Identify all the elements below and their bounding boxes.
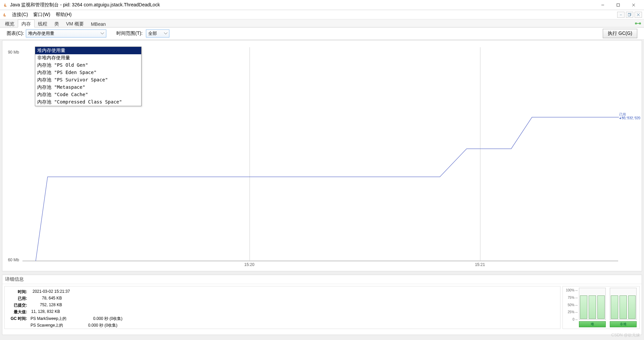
dropdown-option[interactable]: 内存池 "Code Cache" xyxy=(35,91,141,98)
svg-point-8 xyxy=(635,22,637,24)
tab-overview[interactable]: 概览 xyxy=(1,19,18,27)
y-axis-tick: 90 Mb xyxy=(2,50,19,55)
time-range-selector[interactable]: 全部 xyxy=(146,29,169,38)
internal-close-button[interactable] xyxy=(635,12,642,18)
window-title-bar: Java 监视和管理控制台 - pid: 3264 com.atguigu.js… xyxy=(0,0,644,10)
chart-selector-dropdown[interactable]: 堆内存使用量 非堆内存使用量 内存池 "PS Old Gen" 内存池 "PS … xyxy=(35,47,142,106)
details-time-value: 2021-03-02 15:21:37 xyxy=(29,289,70,295)
details-gc-scavenge-name: PS Scavenge上的 xyxy=(29,323,63,328)
y-axis-tick: 60 Mb xyxy=(2,258,19,262)
dropdown-option[interactable]: 堆内存使用量 xyxy=(35,47,141,54)
chart-selector-value: 堆内存使用量 xyxy=(28,30,54,37)
svg-point-9 xyxy=(639,22,641,24)
non-heap-bar-group[interactable] xyxy=(610,288,637,320)
minimize-button[interactable] xyxy=(595,0,610,10)
mini-chart-y-labels: 100% -- 75% -- 50% -- 25% -- 0 -- xyxy=(564,288,578,327)
chart-selector[interactable]: 堆内存使用量 xyxy=(26,29,106,38)
chart-controls: 图表(C): 堆内存使用量 时间范围(T): 全部 执行 GC(G) xyxy=(0,27,644,40)
menu-help[interactable]: 帮助(H) xyxy=(53,11,74,19)
dropdown-option[interactable]: 内存池 "PS Eden Space" xyxy=(35,69,141,76)
details-committed-label: 已提交: xyxy=(10,302,29,308)
current-value-label: 已用 ◂80, 532, 520 xyxy=(619,113,640,120)
tab-threads[interactable]: 线程 xyxy=(34,19,51,27)
heap-bar-group[interactable] xyxy=(579,288,606,320)
non-heap-button[interactable]: 非堆 xyxy=(610,321,637,327)
menu-bar: 连接(C) 窗口(W) 帮助(H) – xyxy=(0,10,644,19)
window-controls xyxy=(595,0,641,10)
chevron-down-icon xyxy=(163,30,168,37)
menu-window[interactable]: 窗口(W) xyxy=(31,11,53,19)
internal-window-controls: – xyxy=(617,12,642,18)
mini-bar xyxy=(611,295,618,319)
chevron-down-icon xyxy=(99,30,105,37)
tab-vm-summary[interactable]: VM 概要 xyxy=(62,19,88,27)
mini-bar xyxy=(589,295,596,319)
chart-selector-label: 图表(C): xyxy=(7,30,24,37)
dropdown-option[interactable]: 内存池 "Metaspace" xyxy=(35,84,141,91)
tab-classes[interactable]: 类 xyxy=(51,19,63,27)
tab-memory[interactable]: 内存 xyxy=(18,19,35,27)
details-gc-ms-name: PS MarkSweep上的 xyxy=(29,316,66,322)
internal-restore-button[interactable] xyxy=(626,12,633,18)
details-committed-value: 752, 128 KB xyxy=(29,302,62,308)
maximize-button[interactable] xyxy=(610,0,626,10)
details-max-label: 最大值: xyxy=(10,309,29,315)
x-axis-tick: 15:21 xyxy=(475,262,485,267)
dropdown-option[interactable]: 非堆内存使用量 xyxy=(35,54,141,62)
details-gc-scavenge-value: 0.000 秒 (0收集) xyxy=(63,323,117,328)
mini-bar xyxy=(597,295,605,319)
details-header: 详细信息 xyxy=(2,275,642,284)
details-used-label: 已用: xyxy=(10,296,29,301)
svg-rect-1 xyxy=(617,4,620,6)
connection-status-icon xyxy=(634,21,642,26)
dropdown-option[interactable]: 内存池 "PS Old Gen" xyxy=(35,62,141,69)
details-gc-ms-value: 0.000 秒 (0收集) xyxy=(66,316,122,322)
details-max-value: 11, 128, 832 KB xyxy=(29,309,60,315)
menu-connect[interactable]: 连接(C) xyxy=(9,11,31,19)
java-icon xyxy=(2,12,7,17)
tab-mbean[interactable]: MBean xyxy=(87,19,109,27)
details-used-value: 78, 645 KB xyxy=(29,296,62,301)
svg-rect-5 xyxy=(628,14,630,16)
time-range-value: 全部 xyxy=(148,30,157,37)
window-title: Java 监视和管理控制台 - pid: 3264 com.atguigu.js… xyxy=(10,2,160,8)
perform-gc-button[interactable]: 执行 GC(G) xyxy=(603,29,637,38)
mini-bar xyxy=(628,295,636,319)
close-button[interactable] xyxy=(626,0,641,10)
x-axis-tick: 15:20 xyxy=(244,262,254,267)
dropdown-option[interactable]: 内存池 "PS Survivor Space" xyxy=(35,76,141,84)
details-table: 时间: 2021-03-02 15:21:37 已用: 78, 645 KB 已… xyxy=(4,286,560,329)
details-panel: 详细信息 时间: 2021-03-02 15:21:37 已用: 78, 645… xyxy=(2,275,642,335)
time-range-label: 时间范围(T): xyxy=(116,30,143,37)
memory-pools-mini-chart: 100% -- 75% -- 50% -- 25% -- 0 -- 堆 非堆 xyxy=(562,286,640,329)
details-time-label: 时间: xyxy=(10,289,29,295)
mini-bar xyxy=(620,295,627,319)
java-icon xyxy=(3,2,8,8)
details-gc-label: GC 时间: xyxy=(10,316,29,322)
dropdown-option[interactable]: 内存池 "Compressed Class Space" xyxy=(35,98,141,106)
mini-bar xyxy=(580,295,587,319)
heap-button[interactable]: 堆 xyxy=(579,321,606,327)
tab-row: 概览 内存 线程 类 VM 概要 MBean xyxy=(0,19,644,27)
internal-minimize-button[interactable]: – xyxy=(617,12,625,18)
